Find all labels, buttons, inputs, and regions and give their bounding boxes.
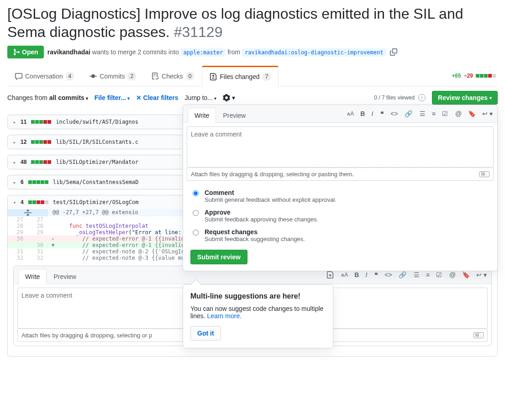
reply-icon[interactable]: ↩ ▾ xyxy=(482,110,493,117)
clear-filters[interactable]: ✕ Clear filters xyxy=(136,94,179,101)
commits-count: 2 xyxy=(127,72,136,80)
ol-icon[interactable]: ≡ xyxy=(432,110,436,117)
mention-icon[interactable]: @ xyxy=(449,271,456,278)
file-diff-blocks xyxy=(31,120,51,124)
file-change-count: 48 xyxy=(21,159,26,165)
diffstat: +65 −29 xyxy=(452,73,498,79)
review-option-approve[interactable]: ApproveSubmit feedback approving these c… xyxy=(190,206,490,226)
file-diff-icon xyxy=(210,73,217,80)
review-option-comment[interactable]: CommentSubmit general feedback without e… xyxy=(190,186,490,206)
suggestion-icon[interactable] xyxy=(326,271,334,278)
italic-icon[interactable]: I xyxy=(371,110,373,117)
diff-marker xyxy=(48,255,58,261)
head-branch[interactable]: ravikandhadai:oslog-diagnostic-improveme… xyxy=(242,48,386,57)
review-comment-textarea[interactable]: Leave a comment xyxy=(187,126,494,168)
file-filter[interactable]: File filter... xyxy=(95,94,130,101)
pr-author[interactable]: ravikandhadai xyxy=(47,48,90,56)
inline-tab-preview[interactable]: Preview xyxy=(47,269,83,284)
inline-tab-write[interactable]: Write xyxy=(18,269,47,284)
new-line-num: 28 xyxy=(28,223,48,229)
ol-icon[interactable]: ≡ xyxy=(426,271,430,278)
old-line-num: 32 xyxy=(8,255,28,261)
review-radio-approve[interactable] xyxy=(193,210,199,216)
review-tab-write[interactable]: Write xyxy=(188,108,216,123)
file-diff-blocks xyxy=(28,200,48,204)
base-branch[interactable]: apple:master xyxy=(181,48,226,57)
reply-icon[interactable]: ↩ ▾ xyxy=(476,271,487,278)
old-line-num: 28 xyxy=(8,223,28,229)
bold-icon[interactable]: B xyxy=(360,110,365,117)
task-icon[interactable]: ☑ xyxy=(436,271,442,278)
heading-icon[interactable]: ᴀA xyxy=(347,110,354,117)
ul-icon[interactable]: ☰ xyxy=(420,110,426,117)
conversation-count: 4 xyxy=(66,72,74,80)
pr-title: [OSLog Diagnostics] Improve os log diagn… xyxy=(7,5,498,41)
changes-from-filter[interactable]: Changes from all commits xyxy=(7,94,88,101)
got-it-button[interactable]: Got it xyxy=(190,326,221,341)
file-path[interactable]: lib/SIL/IR/SILConstants.c xyxy=(56,139,138,145)
review-attach-bar[interactable]: Attach files by dragging & dropping, sel… xyxy=(187,168,494,181)
file-path[interactable]: lib/Sema/ConstantnessSemaD xyxy=(53,179,139,185)
new-line-num: 32 xyxy=(28,255,48,261)
review-form-tabs: Write Preview ᴀA B I ❝ <> 🔗 ☰ ≡ ☑ xyxy=(183,105,497,123)
diff-deletions: −29 xyxy=(464,73,473,79)
submit-review-button[interactable]: Submit review xyxy=(190,250,247,264)
markdown-badge-icon[interactable]: M↓ xyxy=(479,171,489,177)
link-icon[interactable]: 🔗 xyxy=(399,271,406,278)
code-icon[interactable]: <> xyxy=(390,110,398,117)
code-icon[interactable]: <> xyxy=(384,271,392,278)
diff-filter-bar: Changes from all commits File filter... … xyxy=(7,86,498,109)
file-path[interactable]: test/SILOptimizer/OSLogCom xyxy=(53,199,139,205)
chevron-right-icon[interactable]: ▸ xyxy=(13,140,16,145)
mention-icon[interactable]: @ xyxy=(455,110,462,117)
tab-commits[interactable]: Commits 2 xyxy=(82,66,144,86)
file-change-count: 4 xyxy=(21,199,24,205)
diff-blocks xyxy=(476,74,496,78)
multiline-suggestion-popover: Multi-line suggestions are here! You can… xyxy=(183,284,333,348)
files-viewed: 0 / 7 files viewed i xyxy=(374,94,426,101)
review-tab-preview[interactable]: Preview xyxy=(216,108,252,123)
old-line-num: 30 xyxy=(8,236,28,242)
quote-icon[interactable]: ❝ xyxy=(380,110,384,117)
tab-conversation[interactable]: Conversation 4 xyxy=(7,66,82,86)
file-diff-blocks xyxy=(28,180,48,184)
ul-icon[interactable]: ☰ xyxy=(414,271,420,278)
state-label: Open xyxy=(22,48,38,56)
heading-icon[interactable]: ᴀA xyxy=(341,272,348,278)
bookmark-icon[interactable]: 🔖 xyxy=(462,271,470,278)
tab-files-changed[interactable]: Files changed 7 xyxy=(202,66,279,86)
diff-additions: +65 xyxy=(452,73,461,79)
chevron-right-icon[interactable]: ▸ xyxy=(13,120,16,125)
chevron-right-icon[interactable]: ▸ xyxy=(13,160,16,165)
review-option-request[interactable]: Request changesSubmit feedback suggestin… xyxy=(190,226,490,245)
jump-to[interactable]: Jump to... xyxy=(185,94,216,101)
chevron-right-icon[interactable]: ▸ xyxy=(13,180,16,185)
state-badge-open: Open xyxy=(7,46,44,58)
review-radio-comment[interactable] xyxy=(193,190,199,196)
learn-more-link[interactable]: Learn more xyxy=(207,312,240,320)
checklist-icon xyxy=(152,73,159,80)
italic-icon[interactable]: I xyxy=(365,271,367,278)
tab-checks[interactable]: Checks 0 xyxy=(144,66,202,86)
copy-branch-icon[interactable] xyxy=(390,48,397,56)
old-line-num xyxy=(8,242,28,248)
inline-comment-form: Write Preview ᴀA B I ❝ <> xyxy=(13,266,492,346)
file-path[interactable]: include/swift/AST/Diagnos xyxy=(56,119,138,125)
old-line-num: 29 xyxy=(8,229,28,236)
bookmark-icon[interactable]: 🔖 xyxy=(468,110,476,117)
pr-tabnav: Conversation 4 Commits 2 Checks 0 Files … xyxy=(7,66,498,86)
review-radio-request[interactable] xyxy=(193,230,199,236)
chevron-down-icon[interactable]: ▾ xyxy=(13,200,16,205)
task-icon[interactable]: ☑ xyxy=(442,110,448,117)
markdown-badge-icon[interactable]: M↓ xyxy=(473,332,484,338)
link-icon[interactable]: 🔗 xyxy=(405,110,412,117)
file-path[interactable]: lib/SILOptimizer/Mandator xyxy=(56,159,138,165)
file-diff-blocks xyxy=(31,160,51,164)
quote-icon[interactable]: ❝ xyxy=(374,271,378,278)
expand-hunk-icon[interactable] xyxy=(8,209,48,216)
bold-icon[interactable]: B xyxy=(354,271,359,278)
info-icon[interactable]: i xyxy=(418,94,426,101)
diff-marker: - xyxy=(48,236,58,242)
diff-settings-icon[interactable]: ▾ xyxy=(223,94,235,101)
review-changes-button[interactable]: Review changes xyxy=(432,91,498,105)
